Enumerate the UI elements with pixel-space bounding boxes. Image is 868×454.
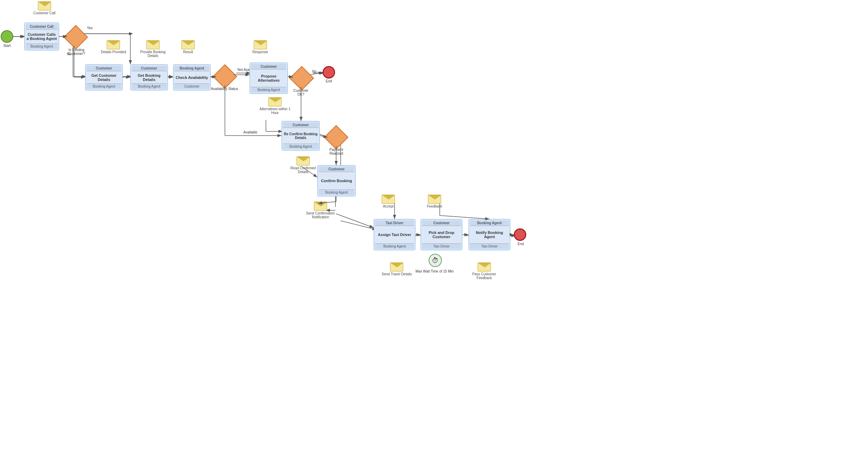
pass-feedback-envelope: Pass Customer Feedback (469, 262, 500, 280)
get-customer-details-footer: Booking Agent (87, 83, 121, 89)
send-travel-label: Send Travel Details (382, 272, 412, 276)
svg-line-43 (336, 214, 374, 228)
is-existing-diamond (64, 25, 88, 50)
provide-booking-envelope: Provide Booking Details (137, 40, 169, 58)
send-confirmation-icon (314, 202, 327, 211)
read-confirmed-envelope: Read Confirmed Details (287, 156, 319, 174)
pick-drop-footer: Taxi Driver (422, 243, 461, 249)
max-wait-label: Max Wait Time of 15 Min (412, 269, 457, 273)
diagram: Start Customer Call Customer Call Custom… (0, 0, 868, 454)
start-label: Start (0, 44, 14, 48)
yes-label: Yes (87, 26, 92, 30)
get-customer-details-body: Get Customer Details (87, 71, 121, 83)
pick-drop-box: Customer Pick and Drop Customer Taxi Dri… (421, 219, 462, 250)
propose-alternatives-box: Customer Propose Alternatives Booking Ag… (250, 63, 288, 94)
result-icon (181, 40, 195, 49)
propose-alternatives-header: Customer (251, 64, 286, 70)
result-label: Result (183, 50, 193, 54)
propose-alternatives-footer: Booking Agent (251, 87, 286, 92)
assign-taxi-footer: Booking Agent (375, 243, 414, 249)
response-label: Response (252, 50, 268, 54)
result-envelope: Result (181, 40, 195, 54)
notify-booking-header: Booking Agent (470, 220, 509, 226)
confirm-booking-header: Customer (319, 167, 354, 172)
payment-realized-label: Payment Realized (323, 148, 349, 155)
customer-calls-booking-box: Customer Call Customer Calls a Booking A… (24, 23, 59, 50)
no-label: No (67, 52, 71, 56)
details-provided-envelope: Details Provided (101, 40, 126, 54)
pass-feedback-icon (478, 262, 491, 271)
availability-status-label: Availability Status (211, 87, 238, 91)
details-provided-label: Details Provided (101, 50, 126, 54)
get-booking-details-footer: Booking Agent (132, 83, 167, 89)
check-availability-body: Check Availability (175, 71, 209, 83)
read-confirmed-label: Read Confirmed Details (287, 166, 319, 174)
notify-booking-body: Notify Booking Agent (470, 226, 509, 243)
svg-line-49 (440, 216, 489, 219)
reconfirm-booking-footer: Booking Agent (283, 144, 318, 149)
assign-taxi-body: Assign Taxi Driver (377, 226, 412, 243)
assign-taxi-header: Taxi Driver (375, 220, 414, 226)
accept-label: Accept (383, 204, 394, 208)
pick-drop-body: Pick and Drop Customer (422, 226, 461, 243)
alternatives-icon (268, 97, 282, 106)
reconfirm-booking-header: Customer (283, 122, 318, 128)
customer-ok-diamond (290, 66, 314, 91)
check-availability-footer: Customer (175, 83, 209, 89)
response-icon (254, 40, 267, 49)
customer-call-envelope-icon (38, 1, 51, 10)
svg-line-18 (341, 221, 375, 229)
customer-calls-booking-footer: Booking Agent (26, 43, 58, 49)
feedback-envelope: Feedback (427, 195, 442, 208)
confirm-booking-body: Confirm Booking (320, 172, 352, 189)
end-circle-2 (514, 228, 526, 241)
check-availability-box: Booking Agent Check Availability Custome… (173, 64, 211, 90)
assign-taxi-box: Taxi Driver Assign Taxi Driver Booking A… (374, 219, 415, 250)
max-wait-clock (429, 254, 442, 267)
send-confirmation-envelope: Send Confirmation Notification (305, 202, 336, 219)
confirm-booking-box: Customer Confirm Booking Booking Agent (317, 165, 356, 196)
details-provided-icon (107, 40, 120, 49)
end-label-2: End (514, 242, 528, 246)
customer-call-envelope: Customer Call (33, 1, 55, 15)
check-availability-header: Booking Agent (175, 66, 209, 71)
reconfirm-booking-box: Customer Re Confirm Booking Details Book… (282, 121, 320, 151)
start-circle (1, 30, 13, 43)
pick-drop-header: Customer (422, 220, 461, 226)
get-booking-details-header: Customer (132, 66, 167, 71)
end-label-1: End (323, 79, 335, 83)
reconfirm-booking-body: Re Confirm Booking Details (283, 128, 318, 144)
confirm-booking-footer: Booking Agent (319, 189, 354, 195)
send-confirmation-label: Send Confirmation Notification (305, 211, 336, 219)
response-envelope: Response (252, 40, 268, 54)
get-booking-details-box: Customer Get Booking Details Booking Age… (130, 64, 168, 90)
customer-ok-no: No (312, 70, 317, 73)
send-travel-envelope: Send Travel Details (382, 262, 412, 276)
alternatives-envelope: Alternatives within 1 Hour (259, 97, 291, 115)
get-customer-details-box: Customer Get Customer Details Booking Ag… (85, 64, 123, 90)
customer-call-envelope-label: Customer Call (33, 11, 55, 15)
accept-icon (382, 195, 395, 204)
customer-calls-booking-body: Customer Calls a Booking Agent (26, 30, 58, 43)
customer-calls-booking-header: Customer Call (26, 24, 58, 30)
get-customer-details-header: Customer (87, 66, 121, 71)
alternatives-label: Alternatives within 1 Hour (259, 107, 291, 115)
notify-booking-footer: Taxi Driver (470, 243, 509, 249)
customer-ok-label: Customer OK? (290, 89, 312, 96)
available-label: Available (243, 130, 257, 134)
feedback-label: Feedback (427, 204, 442, 208)
end-circle-1 (323, 66, 335, 79)
notify-booking-box: Booking Agent Notify Booking Agent Taxi … (469, 219, 510, 250)
send-travel-icon (390, 262, 403, 271)
pass-feedback-label: Pass Customer Feedback (469, 272, 500, 280)
payment-realized-diamond (324, 125, 349, 150)
provide-booking-label: Provide Booking Details (137, 50, 169, 58)
get-booking-details-body: Get Booking Details (132, 71, 167, 83)
provide-booking-icon (146, 40, 160, 49)
read-confirmed-icon (297, 156, 310, 165)
propose-alternatives-body: Propose Alternatives (251, 70, 286, 87)
feedback-icon (428, 195, 441, 204)
accept-envelope: Accept (382, 195, 395, 208)
